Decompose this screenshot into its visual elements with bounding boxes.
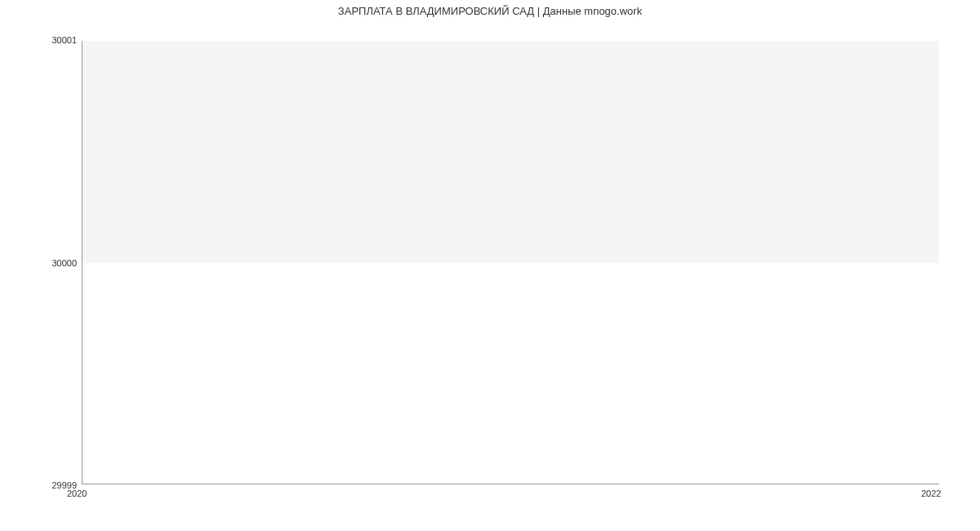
chart-title: ЗАРПЛАТА В ВЛАДИМИРОВСКИЙ САД | Данные m… — [0, 5, 980, 17]
y-tick-label: 30000 — [3, 258, 77, 268]
plot-area — [82, 41, 939, 484]
plot-bg-lower — [82, 263, 939, 484]
x-tick-label: 2020 — [67, 489, 87, 498]
x-tick-label: 2022 — [921, 489, 941, 498]
salary-chart: ЗАРПЛАТА В ВЛАДИМИРОВСКИЙ САД | Данные m… — [0, 0, 980, 531]
y-tick-label: 29999 — [3, 480, 77, 490]
y-tick-label: 30001 — [3, 35, 77, 45]
